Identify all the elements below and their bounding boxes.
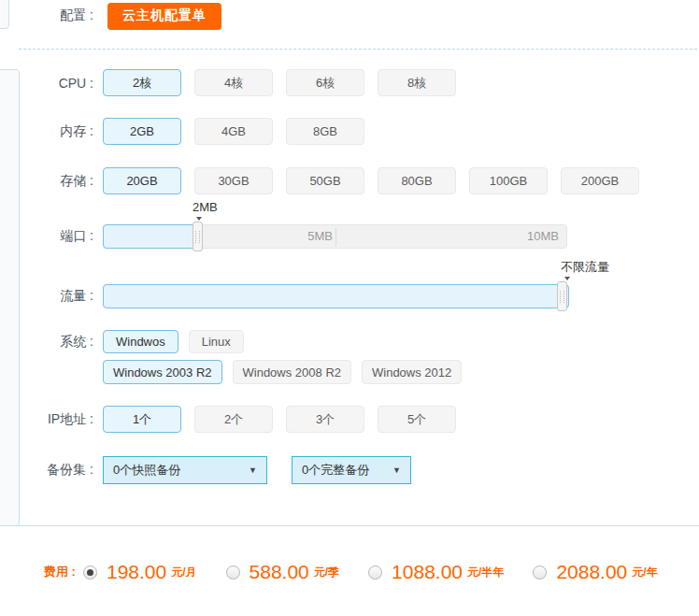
traffic-label: 流量 : xyxy=(0,288,93,305)
config-row: 配置 : 云主机配置单 xyxy=(0,2,221,30)
ip-label: IP地址 : xyxy=(0,411,93,428)
memory-option[interactable]: 2GB xyxy=(103,118,181,145)
backup-label: 备份集 : xyxy=(0,462,93,479)
ip-option[interactable]: 2个 xyxy=(194,406,273,433)
fee-plan-quarterly[interactable]: 588.00 元/季 xyxy=(226,561,340,583)
fee-plan-yearly[interactable]: 2088.00 元/年 xyxy=(533,561,657,583)
dropdown-arrow-icon: ▼ xyxy=(249,466,257,475)
fee-label: 费用 : xyxy=(44,564,76,580)
storage-option[interactable]: 80GB xyxy=(378,167,456,194)
system-row: 系统 : Windwos Linux Windows 2003 R2 Windo… xyxy=(0,330,462,384)
full-backup-value: 0个完整备份 xyxy=(302,462,369,479)
fee-radio[interactable] xyxy=(83,566,97,580)
port-slider-handle[interactable] xyxy=(193,222,203,251)
fee-unit: 元/季 xyxy=(314,565,339,580)
fee-radio[interactable] xyxy=(533,566,547,580)
os-family-group: Windwos Linux xyxy=(103,330,244,353)
port-mid-tick xyxy=(335,228,336,246)
os-family-option[interactable]: Windwos xyxy=(103,330,178,353)
config-sheet-button[interactable]: 云主机配置单 xyxy=(107,3,221,30)
full-backup-select[interactable]: 0个完整备份 ▼ xyxy=(292,456,411,484)
storage-option[interactable]: 200GB xyxy=(561,167,639,194)
system-label: 系统 : xyxy=(0,330,93,353)
cpu-option[interactable]: 2核 xyxy=(103,69,181,96)
traffic-slider-fill xyxy=(103,284,569,308)
cpu-option[interactable]: 4核 xyxy=(194,69,273,96)
memory-option[interactable]: 4GB xyxy=(194,118,273,145)
os-family-option[interactable]: Linux xyxy=(189,330,244,353)
traffic-row: 流量 : xyxy=(0,284,567,308)
memory-option[interactable]: 8GB xyxy=(286,118,364,145)
tooltip-caret-icon xyxy=(564,277,570,280)
snapshot-backup-value: 0个快照备份 xyxy=(113,462,180,479)
fee-price: 1088.00 xyxy=(392,561,463,583)
port-row: 端口 : 5MB 10MB xyxy=(0,224,567,249)
cpu-option[interactable]: 6核 xyxy=(286,69,364,96)
port-slider-track[interactable]: 5MB 10MB xyxy=(103,224,567,249)
port-max-label: 10MB xyxy=(527,225,559,248)
fee-radio[interactable] xyxy=(226,566,240,580)
tooltip-caret-icon xyxy=(196,217,202,221)
slider-grip-icon xyxy=(560,291,564,303)
storage-option[interactable]: 20GB xyxy=(103,167,181,194)
fee-radio[interactable] xyxy=(368,566,382,580)
cpu-option[interactable]: 8核 xyxy=(378,69,456,96)
ip-option[interactable]: 3个 xyxy=(286,406,364,433)
port-label: 端口 : xyxy=(0,228,93,245)
port-value-tooltip: 2MB xyxy=(193,200,218,221)
dropdown-arrow-icon: ▼ xyxy=(392,466,401,475)
fee-unit: 元/年 xyxy=(632,565,657,580)
ip-option[interactable]: 1个 xyxy=(103,406,181,433)
ip-option[interactable]: 5个 xyxy=(378,406,456,433)
fee-row: 费用 : 198.00 元/月 588.00 元/季 1088.00 元/半年 … xyxy=(44,558,687,586)
ip-row: IP地址 : 1个 2个 3个 5个 xyxy=(0,406,456,433)
section-bottom-divider xyxy=(0,525,699,526)
fee-unit: 元/月 xyxy=(171,565,196,580)
fee-price: 198.00 xyxy=(107,561,166,583)
config-label: 配置 : xyxy=(0,7,93,24)
storage-option[interactable]: 100GB xyxy=(469,167,548,194)
cpu-row: CPU : 2核 4核 6核 8核 xyxy=(0,69,456,96)
snapshot-backup-select[interactable]: 0个快照备份 ▼ xyxy=(103,456,267,484)
storage-option[interactable]: 30GB xyxy=(194,167,273,194)
os-version-option[interactable]: Windows 2003 R2 xyxy=(103,360,222,384)
backup-row: 备份集 : 0个快照备份 ▼ 0个完整备份 ▼ xyxy=(0,456,411,484)
dashed-divider xyxy=(19,49,697,50)
traffic-slider-handle[interactable] xyxy=(557,281,567,311)
port-mid-label: 5MB xyxy=(295,225,333,248)
os-version-group: Windows 2003 R2 Windows 2008 R2 Windows … xyxy=(103,360,462,384)
storage-row: 存储 : 20GB 30GB 50GB 80GB 100GB 200GB xyxy=(0,167,639,194)
memory-row: 内存 : 2GB 4GB 8GB xyxy=(0,118,364,145)
memory-label: 内存 : xyxy=(0,123,93,140)
port-slider-fill xyxy=(103,224,203,249)
fee-price: 2088.00 xyxy=(556,561,627,583)
fee-unit: 元/半年 xyxy=(467,565,504,580)
storage-option[interactable]: 50GB xyxy=(286,167,364,194)
port-value-text: 2MB xyxy=(193,200,218,215)
fee-plan-halfyear[interactable]: 1088.00 元/半年 xyxy=(368,561,504,583)
os-version-option[interactable]: Windows 2008 R2 xyxy=(233,360,352,384)
traffic-value-tooltip: 不限流量 xyxy=(561,260,609,280)
slider-grip-icon xyxy=(195,231,200,243)
traffic-value-text: 不限流量 xyxy=(561,260,609,275)
os-version-option[interactable]: Windows 2012 xyxy=(362,360,462,384)
traffic-slider-track[interactable] xyxy=(103,284,567,308)
cpu-label: CPU : xyxy=(0,76,93,91)
fee-plan-monthly[interactable]: 198.00 元/月 xyxy=(83,561,197,583)
cloud-host-config-page: 配置 : 云主机配置单 CPU : 2核 4核 6核 8核 内存 : 2GB 4… xyxy=(0,0,699,616)
fee-price: 588.00 xyxy=(250,561,309,583)
storage-label: 存储 : xyxy=(0,173,93,190)
